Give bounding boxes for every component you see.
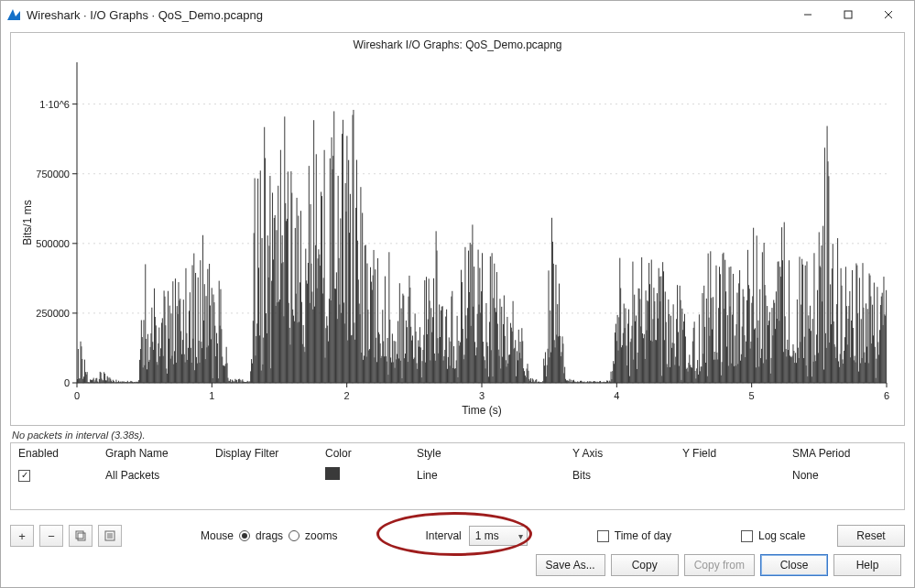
svg-rect-768: [671, 348, 672, 383]
svg-rect-53: [93, 379, 93, 383]
svg-rect-913: [789, 260, 790, 383]
titlebar: Wireshark · I/O Graphs · QoS_Demo.pcapng: [1, 1, 914, 28]
reset-button[interactable]: Reset: [837, 525, 905, 547]
svg-rect-327: [314, 307, 315, 383]
svg-rect-342: [326, 316, 327, 383]
add-graph-button[interactable]: +: [10, 525, 34, 547]
svg-rect-909: [786, 349, 787, 383]
svg-rect-352: [334, 289, 335, 383]
svg-rect-36: [79, 378, 80, 383]
col-style[interactable]: Style: [409, 443, 565, 463]
svg-rect-680: [600, 381, 601, 383]
svg-rect-740: [648, 263, 649, 383]
copy-from-button[interactable]: Copy from: [684, 554, 755, 576]
svg-rect-254: [255, 355, 256, 383]
svg-rect-274: [271, 281, 272, 383]
col-sma-period[interactable]: SMA Period: [785, 443, 904, 463]
svg-rect-960: [827, 126, 828, 383]
svg-rect-711: [625, 308, 626, 383]
svg-rect-438: [404, 358, 405, 383]
row-enabled-checkbox[interactable]: ✓: [18, 470, 30, 482]
plot-area[interactable]: 02500005000007500001·10^60123456Time (s)…: [18, 53, 898, 419]
time-of-day-label[interactable]: Time of day: [615, 529, 671, 542]
svg-rect-596: [532, 378, 533, 383]
col-display-filter[interactable]: Display Filter: [208, 443, 318, 463]
svg-rect-290: [284, 116, 285, 383]
row-y-axis[interactable]: Bits: [565, 463, 675, 486]
col-y-axis[interactable]: Y Axis: [565, 443, 675, 463]
svg-rect-973: [837, 238, 838, 383]
svg-rect-243: [246, 382, 247, 383]
svg-rect-631: [561, 356, 561, 383]
row-graph-name[interactable]: All Packets: [98, 463, 208, 486]
mouse-drags-radio[interactable]: [239, 530, 250, 541]
svg-rect-330: [317, 289, 318, 383]
graph-table[interactable]: Enabled Graph Name Display Filter Color …: [10, 442, 905, 510]
svg-rect-760: [665, 291, 666, 383]
svg-rect-37: [80, 378, 81, 383]
svg-rect-967: [833, 244, 833, 383]
save-as-button[interactable]: Save As...: [536, 554, 605, 576]
svg-rect-764: [668, 299, 669, 383]
svg-rect-871: [755, 328, 756, 383]
svg-rect-584: [522, 341, 523, 383]
minimize-button[interactable]: [788, 1, 828, 28]
svg-rect-901: [779, 321, 779, 383]
svg-rect-72: [108, 377, 109, 383]
svg-rect-35: [78, 349, 79, 383]
mouse-drags-label[interactable]: drags: [256, 529, 283, 542]
col-enabled[interactable]: Enabled: [11, 443, 98, 463]
row-y-field[interactable]: [675, 463, 785, 486]
svg-rect-70: [106, 380, 107, 383]
svg-rect-211: [220, 289, 221, 383]
mouse-zooms-radio[interactable]: [289, 530, 300, 541]
time-of-day-checkbox[interactable]: [597, 530, 609, 542]
svg-rect-374: [353, 114, 354, 383]
row-color-swatch[interactable]: [325, 467, 340, 480]
col-color[interactable]: Color: [318, 443, 409, 463]
svg-rect-44: [85, 372, 86, 383]
remove-graph-button[interactable]: −: [39, 525, 63, 547]
svg-rect-933: [805, 266, 806, 383]
help-button[interactable]: Help: [833, 554, 901, 576]
svg-rect-870: [754, 330, 755, 383]
copy-button[interactable]: Copy: [611, 554, 679, 576]
svg-rect-202: [213, 294, 214, 383]
svg-rect-706: [621, 347, 622, 383]
svg-rect-667: [590, 382, 591, 383]
svg-rect-209: [219, 281, 220, 383]
maximize-button[interactable]: [828, 1, 868, 28]
close-dialog-button[interactable]: Close: [760, 554, 828, 576]
svg-rect-934: [806, 365, 807, 383]
row-style[interactable]: Line: [409, 463, 565, 486]
table-header-row: Enabled Graph Name Display Filter Color …: [11, 443, 904, 463]
svg-rect-1019: [875, 347, 876, 383]
svg-rect-500: [454, 369, 455, 383]
svg-rect-392: [366, 264, 367, 383]
row-display-filter[interactable]: [208, 463, 318, 486]
svg-rect-371: [350, 194, 351, 383]
svg-rect-430: [398, 321, 398, 384]
log-scale-label[interactable]: Log scale: [758, 529, 805, 542]
svg-rect-507: [460, 343, 461, 383]
mouse-zooms-label[interactable]: zooms: [305, 529, 337, 542]
close-button[interactable]: [868, 1, 909, 28]
svg-rect-126: [151, 308, 152, 383]
row-sma-period[interactable]: None: [785, 463, 904, 486]
svg-rect-532: [480, 312, 481, 383]
col-graph-name[interactable]: Graph Name: [98, 443, 208, 463]
interval-combo[interactable]: 1 ms ▾: [469, 526, 528, 546]
col-y-field[interactable]: Y Field: [675, 443, 785, 463]
table-row[interactable]: ✓ All Packets Line Bits None: [11, 463, 904, 486]
svg-rect-518: [469, 292, 470, 383]
svg-rect-428: [396, 359, 397, 383]
svg-rect-889: [769, 312, 770, 383]
log-scale-checkbox[interactable]: [741, 530, 753, 542]
svg-rect-986: [848, 319, 849, 383]
svg-rect-154: [174, 351, 175, 383]
duplicate-graph-button[interactable]: [69, 525, 93, 547]
clear-graphs-button[interactable]: [98, 525, 122, 547]
svg-rect-311: [301, 302, 302, 383]
svg-rect-39: [81, 346, 82, 383]
svg-rect-107: [136, 382, 137, 383]
